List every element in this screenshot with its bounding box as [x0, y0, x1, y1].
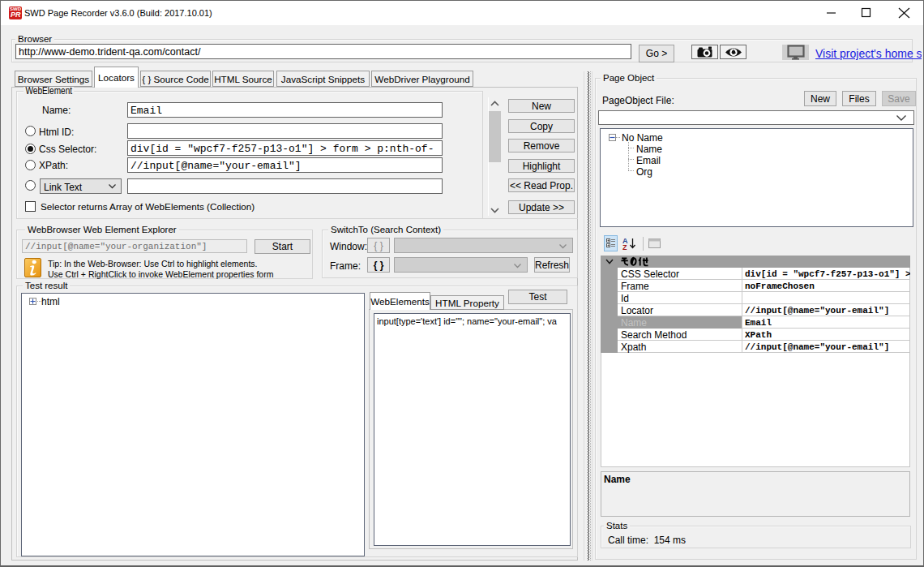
svg-text:Z: Z: [622, 243, 627, 251]
